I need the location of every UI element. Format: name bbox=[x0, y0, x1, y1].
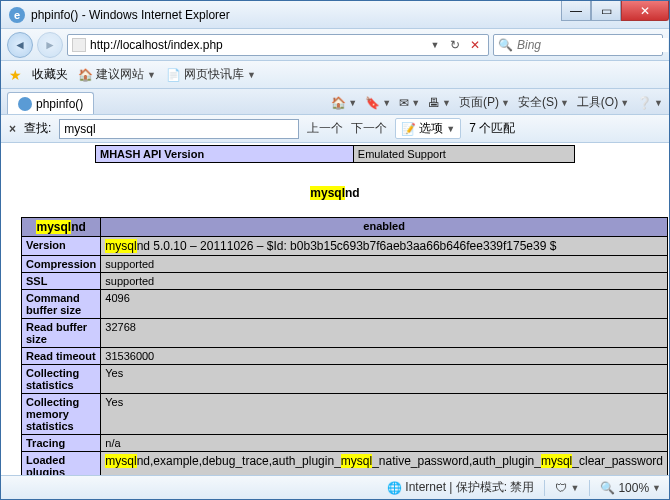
address-bar[interactable]: ▼ ↻ ✕ bbox=[67, 34, 489, 56]
table-row: Collecting statisticsYes bbox=[22, 365, 668, 394]
page-icon bbox=[72, 38, 86, 52]
tab-bar: phpinfo() 🏠▼ 🔖▼ ✉▼ 🖶▼ 页面(P)▼ 安全(S)▼ 工具(O… bbox=[1, 89, 669, 115]
mysqlnd-table: mysqlndenabled Versionmysqlnd 5.0.10 – 2… bbox=[21, 217, 668, 475]
table-row: Tracingn/a bbox=[22, 435, 668, 452]
search-input[interactable] bbox=[517, 38, 668, 52]
find-input[interactable] bbox=[59, 119, 299, 139]
command-bar: 🏠▼ 🔖▼ ✉▼ 🖶▼ 页面(P)▼ 安全(S)▼ 工具(O)▼ ❔▼ bbox=[331, 94, 663, 114]
protected-mode-icon[interactable]: 🛡▼ bbox=[555, 481, 579, 495]
table-row: Compressionsupported bbox=[22, 256, 668, 273]
window-titlebar: e phpinfo() - Windows Internet Explorer … bbox=[1, 1, 669, 29]
web-slice-gallery[interactable]: 📄网页快讯库▼ bbox=[166, 66, 256, 83]
safety-menu[interactable]: 安全(S)▼ bbox=[518, 94, 569, 111]
stop-icon[interactable]: ✕ bbox=[466, 36, 484, 54]
find-options-button[interactable]: 📝选项▼ bbox=[395, 118, 461, 139]
table-header-left: mysqlnd bbox=[22, 218, 101, 237]
mhash-val: Emulated Support bbox=[353, 146, 574, 163]
status-bar: 🌐Internet | 保护模式: 禁用 🛡▼ 🔍100%▼ bbox=[1, 475, 669, 499]
nav-toolbar: ◄ ► ▼ ↻ ✕ 🔍 bbox=[1, 29, 669, 61]
favorites-label[interactable]: 收藏夹 bbox=[32, 66, 68, 83]
feeds-button[interactable]: 🔖▼ bbox=[365, 96, 391, 110]
maximize-button[interactable]: ▭ bbox=[591, 1, 621, 21]
window-controls: — ▭ ✕ bbox=[561, 1, 669, 28]
table-row: Read timeout31536000 bbox=[22, 348, 668, 365]
mhash-key: MHASH API Version bbox=[96, 146, 354, 163]
ie-tab-icon bbox=[18, 97, 32, 111]
ie-icon: e bbox=[9, 7, 25, 23]
close-button[interactable]: ✕ bbox=[621, 1, 669, 21]
table-row: Collecting memory statisticsYes bbox=[22, 394, 668, 435]
print-button[interactable]: 🖶▼ bbox=[428, 96, 451, 110]
zoom-indicator[interactable]: 🔍100%▼ bbox=[600, 481, 661, 495]
page-menu[interactable]: 页面(P)▼ bbox=[459, 94, 510, 111]
dropdown-icon[interactable]: ▼ bbox=[426, 36, 444, 54]
tab-title: phpinfo() bbox=[36, 97, 83, 111]
home-button[interactable]: 🏠▼ bbox=[331, 96, 357, 110]
table-row: Versionmysqlnd 5.0.10 – 20111026 – $Id: … bbox=[22, 237, 668, 256]
find-match-count: 7 个匹配 bbox=[469, 120, 515, 137]
page-content[interactable]: MHASH API VersionEmulated Support mysqln… bbox=[1, 143, 669, 475]
mail-button[interactable]: ✉▼ bbox=[399, 96, 420, 110]
table-header-right: enabled bbox=[101, 218, 668, 237]
help-button[interactable]: ❔▼ bbox=[637, 96, 663, 110]
table-row: SSLsupported bbox=[22, 273, 668, 290]
search-icon: 🔍 bbox=[498, 38, 513, 52]
mhash-table: MHASH API VersionEmulated Support bbox=[95, 145, 575, 163]
find-prev-button[interactable]: 上一个 bbox=[307, 120, 343, 137]
refresh-icon[interactable]: ↻ bbox=[446, 36, 464, 54]
url-input[interactable] bbox=[90, 38, 422, 52]
minimize-button[interactable]: — bbox=[561, 1, 591, 21]
search-box[interactable]: 🔍 bbox=[493, 34, 663, 56]
find-label: 查找: bbox=[24, 120, 51, 137]
find-bar: × 查找: 上一个 下一个 📝选项▼ 7 个匹配 bbox=[1, 115, 669, 143]
back-button[interactable]: ◄ bbox=[7, 32, 33, 58]
tools-menu[interactable]: 工具(O)▼ bbox=[577, 94, 629, 111]
find-next-button[interactable]: 下一个 bbox=[351, 120, 387, 137]
forward-button[interactable]: ► bbox=[37, 32, 63, 58]
section-heading: mysqlnd bbox=[21, 177, 649, 203]
zone-indicator[interactable]: 🌐Internet | 保护模式: 禁用 bbox=[387, 479, 534, 496]
table-row: Command buffer size4096 bbox=[22, 290, 668, 319]
suggested-sites[interactable]: 🏠建议网站▼ bbox=[78, 66, 156, 83]
table-row: Read buffer size32768 bbox=[22, 319, 668, 348]
tab-phpinfo[interactable]: phpinfo() bbox=[7, 92, 94, 114]
favorites-bar: ★ 收藏夹 🏠建议网站▼ 📄网页快讯库▼ bbox=[1, 61, 669, 89]
find-close-icon[interactable]: × bbox=[9, 122, 16, 136]
table-row: Loaded pluginsmysqlnd,example,debug_trac… bbox=[22, 452, 668, 476]
favorites-star-icon[interactable]: ★ bbox=[9, 67, 22, 83]
window-title: phpinfo() - Windows Internet Explorer bbox=[31, 8, 561, 22]
